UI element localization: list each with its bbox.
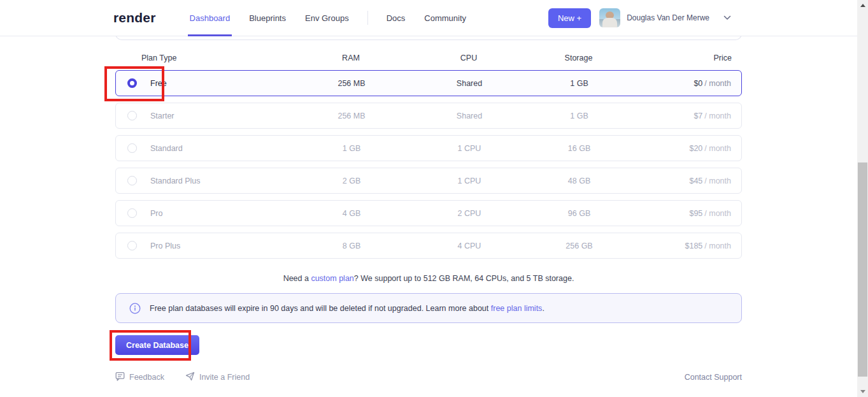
price-period: / month [704,242,731,250]
radio-unselected[interactable] [127,143,137,153]
cpu-value: 4 CPU [415,242,523,250]
plan-row-pro[interactable]: Pro 4 GB 2 CPU 96 GB $95/ month [115,200,742,226]
price-amount: $185 [685,242,703,250]
notice-text: Free plan databases will expire in 90 da… [150,304,488,313]
new-button[interactable]: New + [548,8,591,28]
create-database-button[interactable]: Create Database [115,335,199,355]
price-amount: $7 [694,112,702,120]
plan-name: Pro [150,209,162,218]
nav-divider [367,11,368,25]
radio-unselected[interactable] [127,241,137,250]
cpu-value: 2 CPU [415,209,523,218]
cpu-value: 1 CPU [415,177,523,185]
custom-plan-note: Need a custom plan? We support up to 512… [115,274,742,283]
price-period: / month [704,112,731,120]
price-period: / month [704,177,731,185]
vertical-scrollbar[interactable] [857,0,868,397]
radio-unselected[interactable] [127,176,137,185]
header-right-group: New + Douglas Van Der Merwe [548,0,731,36]
scrollbar-up-arrow[interactable] [857,0,868,11]
ram-value: 2 GB [288,177,415,185]
nav-tab-docs[interactable]: Docs [386,0,406,36]
page-footer: Feedback Invite a Friend Contact Support [115,372,742,383]
chevron-down-icon[interactable] [723,15,731,20]
main-content: Plan Type RAM CPU Storage Price Free 256… [115,0,742,397]
nav-tab-community[interactable]: Community [423,0,467,36]
storage-value: 16 GB [523,144,635,153]
plan-row-starter[interactable]: Starter 256 MB Shared 1 GB $7/ month [115,103,742,129]
col-header-ram: RAM [287,54,415,62]
cpu-value: Shared [415,79,523,88]
plan-row-free[interactable]: Free 256 MB Shared 1 GB $0/ month [115,70,742,96]
plan-row-standard-plus[interactable]: Standard Plus 2 GB 1 CPU 48 GB $45/ mont… [115,168,742,194]
ram-value: 1 GB [288,144,415,153]
ram-value: 256 MB [288,112,415,120]
custom-plan-link[interactable]: custom plan [311,274,353,283]
main-nav: Dashboard Blueprints Env Groups Docs Com… [189,0,467,36]
paper-plane-icon [185,372,195,383]
render-logo[interactable]: render [113,10,156,25]
ram-value: 8 GB [288,242,415,250]
ram-value: 256 MB [288,79,415,88]
plan-name: Standard [150,144,183,153]
cpu-value: Shared [415,112,523,120]
plan-name: Standard Plus [150,177,201,185]
price-amount: $95 [689,209,702,218]
plan-table-rows: Free 256 MB Shared 1 GB $0/ month Starte… [115,70,742,265]
plan-name: Pro Plus [150,242,180,250]
plan-row-pro-plus[interactable]: Pro Plus 8 GB 4 CPU 256 GB $185/ month [115,233,742,259]
nav-tab-blueprints[interactable]: Blueprints [248,0,287,36]
radio-unselected[interactable] [127,111,137,120]
col-header-plan-type: Plan Type [115,54,287,62]
storage-value: 1 GB [523,79,635,88]
top-navbar: render Dashboard Blueprints Env Groups D… [0,0,857,36]
free-plan-notice-banner: Free plan databases will expire in 90 da… [115,293,742,323]
nav-tab-dashboard[interactable]: Dashboard [189,0,231,36]
col-header-cpu: CPU [415,54,523,62]
price-amount: $20 [689,144,702,153]
price-amount: $45 [689,177,702,185]
cpu-value: 1 CPU [415,144,523,153]
invite-friend-button[interactable]: Invite a Friend [185,372,250,383]
plan-table-header: Plan Type RAM CPU Storage Price [115,50,742,66]
plan-row-standard[interactable]: Standard 1 GB 1 CPU 16 GB $20/ month [115,135,742,161]
scrollbar-thumb[interactable] [858,162,867,377]
radio-selected[interactable] [127,78,137,88]
radio-unselected[interactable] [127,208,137,218]
nav-tab-env-groups[interactable]: Env Groups [304,0,350,36]
price-period: / month [704,79,731,88]
user-avatar[interactable] [599,8,620,27]
feedback-icon [115,372,125,383]
plan-name: Free [150,79,167,88]
scrollbar-down-arrow[interactable] [857,386,868,397]
storage-value: 1 GB [523,112,635,120]
feedback-button[interactable]: Feedback [115,372,164,383]
ram-value: 4 GB [288,209,415,218]
price-period: / month [704,209,731,218]
storage-value: 48 GB [523,177,635,185]
storage-value: 256 GB [523,242,635,250]
price-amount: $0 [694,79,702,88]
col-header-storage: Storage [523,54,634,62]
user-menu-name[interactable]: Douglas Van Der Merwe [627,13,709,22]
storage-value: 96 GB [523,209,635,218]
price-period: / month [704,144,731,153]
info-icon [129,303,141,314]
col-header-price: Price [634,54,742,62]
plan-name: Starter [150,112,174,120]
contact-support-link[interactable]: Contact Support [685,373,742,382]
free-plan-limits-link[interactable]: free plan limits [491,304,543,313]
